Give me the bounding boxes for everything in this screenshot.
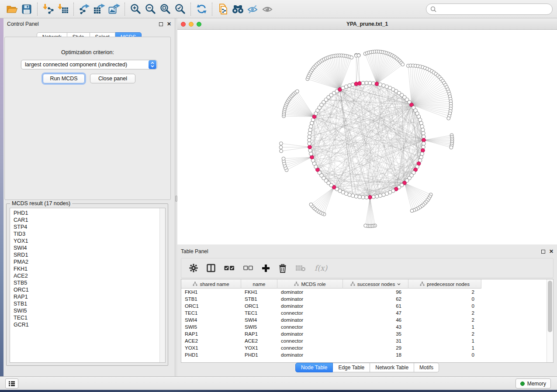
table-tab-network-table[interactable]: Network Table	[370, 363, 414, 372]
network-canvas[interactable]	[177, 30, 557, 244]
maximize-window-icon[interactable]	[197, 22, 201, 27]
graph-node[interactable]	[419, 121, 423, 125]
show-columns-icon[interactable]	[207, 264, 215, 272]
result-node-item[interactable]: SRD1	[10, 251, 159, 258]
graph-node[interactable]	[282, 157, 285, 161]
result-list-scrollbar[interactable]	[159, 208, 165, 362]
graph-node[interactable]	[375, 195, 379, 198]
graph-node[interactable]	[420, 125, 424, 128]
graph-node[interactable]	[309, 203, 313, 206]
graph-node[interactable]	[348, 84, 351, 87]
close-panel-icon[interactable]: ✕	[549, 249, 554, 254]
graph-node[interactable]	[358, 195, 361, 199]
table-row[interactable]: ACE2ACE2connector311	[181, 337, 481, 344]
open-file-button[interactable]	[4, 2, 19, 17]
graph-node[interactable]	[308, 149, 312, 152]
show-all-button[interactable]	[260, 2, 275, 17]
export-network-button[interactable]	[77, 2, 92, 17]
column-header-successor-nodes[interactable]: successor nodes	[343, 279, 408, 289]
graph-node[interactable]	[420, 152, 424, 155]
hide-selected-button[interactable]	[245, 2, 260, 17]
result-node-item[interactable]: YOX1	[10, 237, 159, 244]
graph-node[interactable]	[309, 152, 313, 155]
zoom-out-button[interactable]	[143, 2, 158, 17]
result-node-item[interactable]: CAR1	[10, 217, 159, 224]
graph-mcds-node[interactable]	[368, 195, 372, 199]
table-row[interactable]: TEC1TEC1connector472	[181, 309, 481, 316]
delete-column-trash-icon[interactable]	[279, 264, 287, 273]
table-row[interactable]: ORC1ORC1dominator610	[181, 303, 481, 309]
result-node-item[interactable]: ORC1	[10, 286, 159, 293]
graph-node[interactable]	[279, 146, 283, 149]
graph-node[interactable]	[280, 149, 283, 153]
graph-node[interactable]	[418, 118, 422, 121]
run-mcds-button[interactable]: Run MCDS	[43, 74, 85, 83]
graph-node[interactable]	[308, 138, 311, 142]
memory-button[interactable]: Memory	[515, 378, 551, 389]
table-tab-motifs[interactable]: Motifs	[414, 363, 439, 372]
graph-node[interactable]	[361, 196, 365, 199]
graph-node[interactable]	[372, 82, 375, 85]
table-tab-edge-table[interactable]: Edge Table	[333, 363, 370, 372]
result-node-item[interactable]: STP4	[10, 224, 159, 230]
graph-node[interactable]	[382, 84, 385, 87]
table-row[interactable]: SWI4SWI4dominator462	[181, 316, 481, 323]
graph-node[interactable]	[422, 145, 425, 149]
graph-node[interactable]	[344, 85, 348, 88]
column-header-predecessor-nodes[interactable]: predecessor nodes	[408, 279, 481, 289]
result-node-item[interactable]: SWI4	[10, 244, 159, 251]
graph-node[interactable]	[368, 81, 372, 85]
graph-node[interactable]	[401, 63, 405, 66]
graph-node[interactable]	[419, 155, 423, 159]
network-titlebar[interactable]: YPA_prune.txt_1	[177, 18, 557, 30]
toolbar-search[interactable]	[426, 3, 553, 15]
optimization-criterion-select[interactable]: largest connected component (undirected)	[21, 60, 157, 69]
table-settings-gear-icon[interactable]	[189, 264, 198, 272]
graph-node[interactable]	[382, 193, 385, 196]
graph-mcds-node[interactable]	[310, 155, 314, 159]
graph-mcds-node[interactable]	[308, 145, 312, 149]
graph-mcds-node[interactable]	[421, 148, 425, 152]
network-from-selection-button[interactable]	[215, 2, 230, 17]
result-node-item[interactable]: SWI5	[10, 307, 159, 314]
result-node-item[interactable]: PHD1	[10, 210, 159, 217]
minimize-window-icon[interactable]	[189, 22, 194, 27]
save-session-button[interactable]	[19, 2, 34, 17]
add-column-icon[interactable]	[262, 264, 270, 272]
graph-node[interactable]	[365, 196, 368, 199]
table-scrollbar[interactable]	[547, 279, 553, 362]
table-row[interactable]: RAP1RAP1dominator352	[181, 330, 481, 337]
table-row[interactable]: STB1STB1dominator620	[181, 296, 481, 303]
column-header-name[interactable]: name	[241, 279, 277, 289]
close-window-icon[interactable]	[181, 22, 186, 27]
result-node-item[interactable]: PMA2	[10, 258, 159, 265]
import-network-button[interactable]	[41, 2, 55, 17]
close-panel-icon[interactable]: ✕	[167, 21, 171, 27]
column-header-MCDS-role[interactable]: MCDS role	[277, 279, 343, 289]
graph-node[interactable]	[450, 146, 453, 149]
search-input[interactable]	[439, 6, 548, 12]
graph-node[interactable]	[378, 83, 382, 86]
graph-node[interactable]	[308, 131, 311, 135]
export-image-button[interactable]	[107, 2, 121, 17]
graph-node[interactable]	[310, 121, 314, 125]
graph-node[interactable]	[410, 209, 414, 213]
graph-node[interactable]	[308, 128, 312, 131]
table-scrollbar-thumb[interactable]	[548, 281, 552, 332]
graph-node[interactable]	[364, 224, 367, 227]
graph-node[interactable]	[308, 135, 311, 138]
column-header-shared-name[interactable]: shared name	[181, 279, 241, 289]
graph-mcds-node[interactable]	[375, 82, 379, 86]
graph-node[interactable]	[357, 54, 360, 57]
graph-node[interactable]	[385, 192, 388, 195]
zoom-selected-button[interactable]	[173, 2, 187, 17]
zoom-in-button[interactable]	[128, 2, 143, 17]
result-node-item[interactable]: STB1	[10, 300, 159, 307]
graph-node[interactable]	[361, 81, 365, 85]
graph-node[interactable]	[378, 194, 382, 197]
graph-node[interactable]	[422, 142, 426, 145]
graph-node[interactable]	[421, 128, 425, 131]
float-panel-icon[interactable]	[541, 250, 545, 254]
result-node-item[interactable]: TID3	[10, 230, 159, 237]
graph-mcds-node[interactable]	[422, 138, 426, 142]
